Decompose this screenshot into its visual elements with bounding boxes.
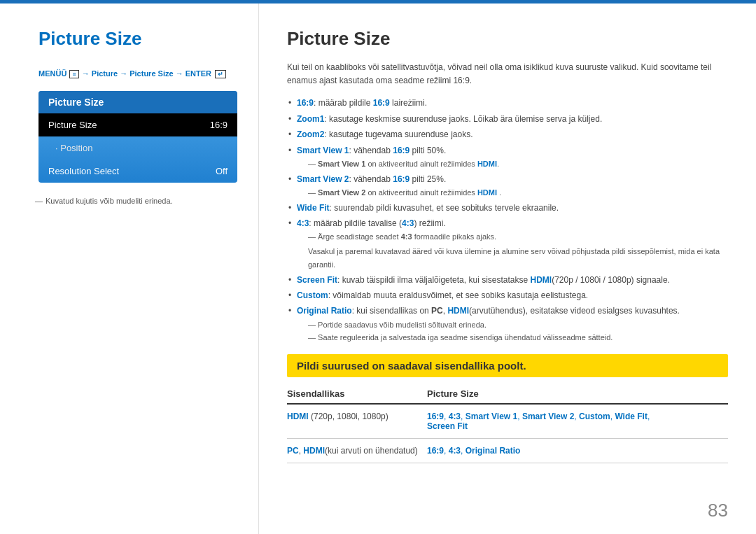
list-item-zoom1: Zoom1: kasutage keskmise suurenduse jaok… [287,112,728,126]
list-item-169: 16:9: määrab pildile 16:9 laireżiimi. [287,96,728,110]
table-row2-col1: PC, HDMI(kui arvuti on ühendatud) [287,446,427,456]
highlight-text: Pildi suurused on saadaval sisendallika … [297,360,526,372]
highlight-box: Pildi suurused on saadaval sisendallika … [287,354,728,377]
footnote: Kuvatud kujutis võib mudeliti erineda. [38,197,237,205]
left-column: Picture Size MENÜÜ ≡ → Picture → Picture… [0,0,259,534]
list-item-43: 4:3: määrab pildile tavalise (4:3) režii… [287,216,728,271]
list-item-screenfit: Screen Fit: kuvab täispildi ilma väljalõ… [287,273,728,287]
menu-item-label: Picture Size [48,120,97,130]
table-row1-col2: 16:9, 4:3, Smart View 1, Smart View 2, C… [427,412,728,431]
43-note2: Vasakul ja paremal kuvatavad ääred või k… [297,245,728,271]
table-row1-col1: HDMI (720p, 1080i, 1080p) [287,412,427,421]
ui-menu-box: Picture Size Picture Size 16:9 · Positio… [38,91,237,183]
menu-item-position[interactable]: · Position [38,136,237,160]
page-number: 83 [708,500,728,521]
left-title: Picture Size [38,28,237,50]
originalratio-note2: Saate reguleerida ja salvestada iga sead… [297,331,728,344]
list-item-widefit: Wide Fit: suurendab pildi kuvasuhet, et … [287,201,728,215]
menu-item-label: · Position [55,143,92,153]
smartview1-note: Smart View 1 on aktiveeritud ainult reži… [297,157,728,171]
smartview2-note: Smart View 2 on aktiveeritud ainult reži… [297,186,728,199]
feature-list: 16:9: määrab pildile 16:9 laireżiimi. Zo… [287,96,728,344]
list-item-custom: Custom: võimaldab muuta eraldusvõimet, e… [287,288,728,302]
43-note1: Ärge seadistage seadet 4:3 formaadile pi… [297,230,728,244]
menu-path: MENÜÜ ≡ → Picture → Picture Size → ENTER… [38,69,237,78]
menu-item-label: Resolution Select [48,166,119,176]
menu-item-resolution-select[interactable]: Resolution Select Off [38,160,237,183]
originalratio-note1: Portide saadavus võib mudelisti sõltuval… [297,318,728,332]
menu-item-value: 16:9 [210,120,227,130]
list-item-originalratio: Original Ratio: kui sisendallikas on PC,… [287,304,728,344]
list-item-smartview2: Smart View 2: vähendab 16:9 pilti 25%. S… [287,172,728,199]
menu-item-resolution-value: Off [216,166,227,176]
table-row2-col2: 16:9, 4:3, Original Ratio [427,446,728,456]
table-col2-header: Picture Size [427,388,728,399]
right-column: Picture Size Kui teil on kaabliboks või … [259,0,756,534]
top-bar [0,0,756,3]
table-col1-header: Sisendallikas [287,388,427,399]
list-item-zoom2: Zoom2: kasutage tugevama suurenduse jaok… [287,127,728,141]
table-row: PC, HDMI(kui arvuti on ühendatud) 16:9, … [287,439,728,463]
intro-text: Kui teil on kaabliboks või satellitvastu… [287,61,728,87]
table-header: Sisendallikas Picture Size [287,388,728,405]
list-item-smartview1: Smart View 1: vähendab 16:9 pilti 50%. S… [287,143,728,171]
table-row: HDMI (720p, 1080i, 1080p) 16:9, 4:3, Sma… [287,405,728,439]
table-section: Sisendallikas Picture Size HDMI (720p, 1… [287,388,728,463]
menu-path-text: MENÜÜ ≡ → Picture → Picture Size → ENTER… [38,69,226,78]
menu-item-picture-size[interactable]: Picture Size 16:9 [38,113,237,136]
ui-box-header: Picture Size [38,91,237,113]
right-title: Picture Size [287,28,728,50]
